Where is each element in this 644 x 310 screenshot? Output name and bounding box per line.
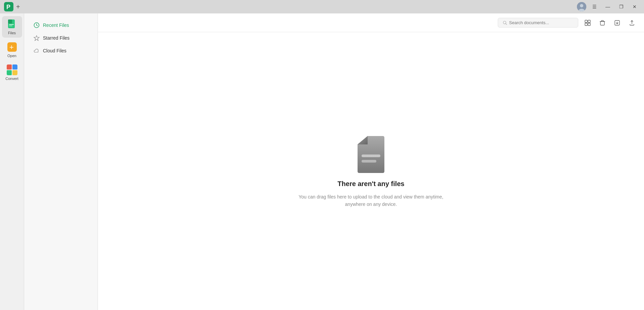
- search-icon: [503, 20, 507, 25]
- convert-label: Convert: [5, 77, 18, 81]
- title-bar-left: P +: [4, 2, 20, 11]
- svg-rect-7: [9, 24, 14, 25]
- search-input[interactable]: [509, 20, 573, 25]
- svg-rect-27: [362, 154, 380, 157]
- svg-text:P: P: [6, 4, 10, 10]
- user-avatar[interactable]: [577, 2, 586, 11]
- new-tab-button[interactable]: +: [16, 3, 20, 11]
- search-bar[interactable]: [498, 18, 578, 28]
- empty-state-subtitle: You can drag files here to upload to the…: [290, 193, 451, 208]
- main-content: There aren't any files You can drag file…: [98, 13, 644, 310]
- grid-view-button[interactable]: [582, 17, 593, 28]
- sidebar-item-convert[interactable]: Convert: [2, 62, 22, 83]
- recent-icon: [34, 22, 40, 28]
- svg-rect-19: [600, 21, 604, 25]
- app-logo: P: [4, 2, 13, 11]
- svg-rect-8: [9, 26, 12, 26]
- recent-label: Recent Files: [43, 23, 69, 28]
- open-icon: +: [7, 42, 17, 52]
- star-icon: [34, 35, 40, 41]
- svg-rect-17: [585, 23, 587, 26]
- menu-button[interactable]: ☰: [589, 1, 600, 12]
- restore-button[interactable]: ❐: [616, 1, 627, 12]
- svg-rect-18: [588, 23, 590, 26]
- files-icon: [7, 19, 17, 30]
- cloud-label: Cloud Files: [43, 48, 66, 53]
- title-bar-controls: ☰ — ❐ ✕: [577, 1, 640, 12]
- svg-rect-15: [585, 20, 587, 23]
- convert-icon: [7, 64, 17, 75]
- nav-item-cloud[interactable]: Cloud Files: [27, 44, 95, 57]
- svg-rect-6: [8, 19, 12, 24]
- close-button[interactable]: ✕: [629, 1, 640, 12]
- svg-marker-12: [34, 36, 39, 41]
- upload-button[interactable]: [627, 17, 637, 28]
- sidebar-item-open[interactable]: + Open: [2, 39, 22, 60]
- nav-item-recent[interactable]: Recent Files: [27, 19, 95, 32]
- export-button[interactable]: [612, 17, 623, 28]
- svg-rect-16: [588, 20, 590, 23]
- svg-line-14: [506, 24, 507, 25]
- icon-sidebar: Files + Open Convert: [0, 13, 24, 310]
- cloud-icon: [34, 48, 40, 54]
- svg-rect-28: [362, 160, 376, 163]
- trash-button[interactable]: [597, 17, 608, 28]
- svg-text:+: +: [9, 43, 14, 51]
- minimize-button[interactable]: —: [602, 1, 613, 12]
- empty-state-title: There aren't any files: [337, 180, 404, 188]
- nav-item-starred[interactable]: Starred Files: [27, 32, 95, 44]
- empty-file-illustration: [354, 134, 388, 175]
- title-bar: P + ☰ — ❐ ✕: [0, 0, 644, 13]
- starred-label: Starred Files: [43, 35, 69, 41]
- app-body: Files + Open Convert: [0, 13, 644, 310]
- toolbar-right: [498, 17, 637, 28]
- svg-point-3: [580, 4, 583, 7]
- open-label: Open: [7, 54, 16, 58]
- nav-sidebar: Recent Files Starred Files Cloud Files: [24, 13, 98, 310]
- sidebar-item-files[interactable]: Files: [2, 16, 22, 38]
- empty-state: There aren't any files You can drag file…: [98, 32, 644, 310]
- toolbar: [98, 13, 644, 32]
- files-label: Files: [8, 31, 16, 35]
